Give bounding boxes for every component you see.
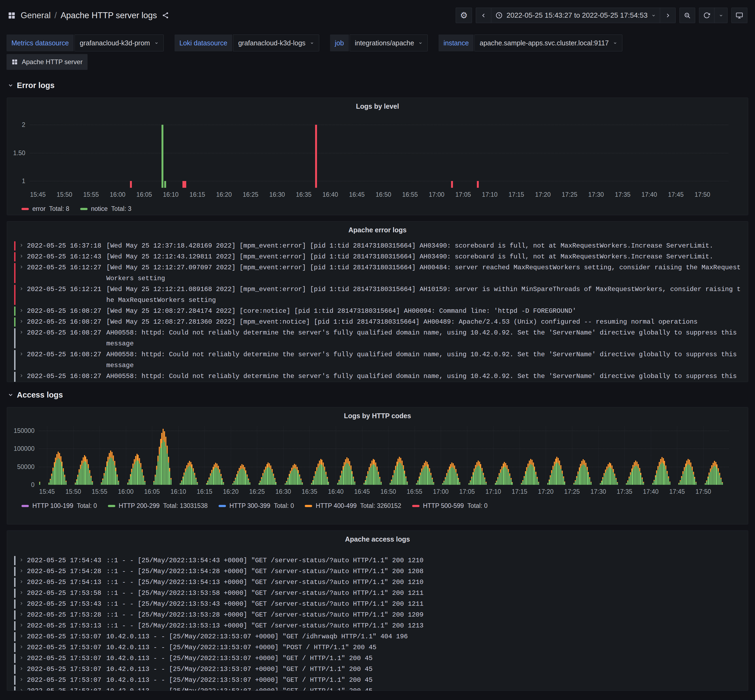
log-expand-icon[interactable] bbox=[16, 317, 27, 327]
log-expand-icon[interactable] bbox=[16, 577, 27, 588]
zoom-out-button[interactable] bbox=[680, 8, 695, 23]
log-row[interactable]: 2022-05-25 17:54:43::1 - - [25/May/2022:… bbox=[14, 555, 742, 566]
log-expand-icon[interactable] bbox=[16, 664, 27, 675]
legend-item[interactable]: HTTP 400-499Total: 3260152 bbox=[305, 502, 401, 509]
log-row[interactable]: 2022-05-25 17:53:0710.42.0.113 - - [25/M… bbox=[14, 653, 742, 664]
chart-bar-4xx bbox=[479, 462, 480, 466]
section-access-logs[interactable]: Access logs bbox=[0, 389, 755, 401]
x-tick-label: 17:20 bbox=[535, 191, 551, 198]
legend-item[interactable]: HTTP 500-599Total: 0 bbox=[412, 502, 488, 509]
chart-bar-2xx bbox=[457, 476, 458, 485]
legend-item[interactable]: HTTP 100-199Total: 0 bbox=[22, 502, 97, 509]
log-expand-icon[interactable] bbox=[16, 620, 27, 631]
time-range-forward-button[interactable] bbox=[660, 8, 676, 23]
log-expand-icon[interactable] bbox=[16, 598, 27, 609]
filter-loki-datasource-select[interactable]: grafanacloud-k3d-logs bbox=[233, 34, 319, 52]
log-message: AH00558: httpd: Could not reliably deter… bbox=[106, 371, 742, 382]
time-range-back-button[interactable] bbox=[476, 8, 491, 23]
chart-legend: HTTP 100-199Total: 0HTTP 200-299Total: 1… bbox=[22, 502, 748, 509]
log-expand-icon[interactable] bbox=[16, 566, 27, 577]
chart-bar-4xx bbox=[63, 468, 64, 472]
chart-bar-4xx bbox=[669, 481, 670, 482]
chart-bar-2xx bbox=[367, 474, 368, 485]
chart-bar-2xx bbox=[627, 481, 628, 485]
log-row[interactable]: 2022-05-25 17:54:13::1 - - [25/May/2022:… bbox=[14, 577, 742, 588]
dashboard-link-apache-http-server[interactable]: Apache HTTP server bbox=[6, 54, 88, 70]
log-row[interactable]: 2022-05-25 16:08:27AH00558: httpd: Could… bbox=[14, 349, 742, 371]
log-row[interactable]: 2022-05-25 17:53:43::1 - - [25/May/2022:… bbox=[14, 598, 742, 609]
log-expand-icon[interactable] bbox=[16, 241, 27, 252]
log-expand-icon[interactable] bbox=[16, 252, 27, 262]
log-row[interactable]: 2022-05-25 17:53:13::1 - - [25/May/2022:… bbox=[14, 620, 742, 631]
log-row[interactable]: 2022-05-25 16:08:27[Wed May 25 12:08:27.… bbox=[14, 306, 742, 317]
log-row[interactable]: 2022-05-25 16:37:18[Wed May 25 12:37:18.… bbox=[14, 241, 742, 252]
log-expand-icon[interactable] bbox=[16, 686, 27, 691]
filter-metrics-datasource-select[interactable]: grafanacloud-k3d-prom bbox=[75, 34, 163, 52]
log-expand-icon[interactable] bbox=[16, 371, 27, 382]
log-expand-icon[interactable] bbox=[16, 631, 27, 642]
log-row[interactable]: 2022-05-25 17:53:0710.42.0.113 - - [25/M… bbox=[14, 675, 742, 686]
chart-bar-4xx bbox=[506, 465, 508, 469]
chart-bar-4xx bbox=[474, 469, 475, 472]
log-row[interactable]: 2022-05-25 16:08:27[Wed May 25 12:08:27.… bbox=[14, 317, 742, 327]
chart-bar-2xx bbox=[556, 462, 558, 485]
legend-item[interactable]: HTTP 300-399Total: 0 bbox=[219, 502, 294, 509]
legend-item[interactable]: noticeTotal: 3 bbox=[80, 205, 132, 212]
chart-bar-4xx bbox=[353, 477, 354, 478]
chart-bar-2xx bbox=[269, 468, 270, 485]
chart-bar-2xx bbox=[139, 464, 140, 485]
chart-bar-4xx bbox=[81, 461, 82, 466]
chart-bar-2xx bbox=[211, 473, 212, 485]
chart-bar-2xx bbox=[51, 476, 52, 485]
log-expand-icon[interactable] bbox=[16, 653, 27, 664]
chart-bar-2xx bbox=[297, 470, 298, 485]
log-row[interactable]: 2022-05-25 17:53:0710.42.0.113 - - [25/M… bbox=[14, 664, 742, 675]
log-row[interactable]: 2022-05-25 16:12:27[Wed May 25 12:12:27.… bbox=[14, 262, 742, 284]
chart-bar-4xx bbox=[459, 482, 460, 483]
log-row[interactable]: 2022-05-25 17:53:58::1 - - [25/May/2022:… bbox=[14, 588, 742, 598]
log-row[interactable]: 2022-05-25 17:53:0710.42.0.113 - - [25/M… bbox=[14, 686, 742, 691]
share-icon[interactable] bbox=[162, 12, 169, 19]
breadcrumb-folder[interactable]: General bbox=[21, 11, 50, 20]
dashboard-settings-button[interactable]: ⚙ bbox=[456, 8, 472, 23]
log-expand-icon[interactable] bbox=[16, 588, 27, 598]
chart-bar-2xx bbox=[584, 465, 585, 485]
refresh-interval-caret-button[interactable] bbox=[714, 8, 728, 23]
filter-job-select[interactable]: integrations/apache bbox=[349, 34, 428, 52]
log-expand-icon[interactable] bbox=[16, 284, 27, 306]
legend-item[interactable]: HTTP 200-299Total: 13031538 bbox=[108, 502, 208, 509]
legend-item[interactable]: errorTotal: 8 bbox=[22, 205, 69, 212]
chart-bar-2xx bbox=[144, 482, 146, 485]
log-row[interactable]: 2022-05-25 16:08:27AH00558: httpd: Could… bbox=[14, 371, 742, 382]
chart-bar-4xx bbox=[635, 461, 636, 466]
chart-bar-4xx bbox=[295, 465, 296, 469]
log-expand-icon[interactable] bbox=[16, 349, 27, 371]
refresh-icon-button[interactable] bbox=[699, 8, 714, 23]
section-error-logs[interactable]: Error logs bbox=[0, 79, 755, 92]
log-expand-icon[interactable] bbox=[16, 555, 27, 566]
log-row[interactable]: 2022-05-25 17:53:28::1 - - [25/May/2022:… bbox=[14, 609, 742, 620]
log-row[interactable]: 2022-05-25 16:08:27AH00558: httpd: Could… bbox=[14, 327, 742, 349]
log-expand-icon[interactable] bbox=[16, 327, 27, 349]
log-row[interactable]: 2022-05-25 16:12:21[Wed May 25 12:12:21.… bbox=[14, 284, 742, 306]
log-expand-icon[interactable] bbox=[16, 306, 27, 317]
log-expand-icon[interactable] bbox=[16, 609, 27, 620]
chart-bar-2xx bbox=[421, 472, 422, 485]
chart-bar-2xx bbox=[705, 483, 706, 485]
log-row[interactable]: 2022-05-25 17:53:0710.42.0.113 - - [25/M… bbox=[14, 631, 742, 642]
chart-bar-2xx bbox=[181, 481, 182, 485]
log-row[interactable]: 2022-05-25 16:12:43[Wed May 25 12:12:43.… bbox=[14, 252, 742, 262]
log-expand-icon[interactable] bbox=[16, 675, 27, 686]
filter-instance-select[interactable]: apache.sample-apps.svc.cluster.local:911… bbox=[475, 34, 622, 52]
log-row[interactable]: 2022-05-25 17:54:28::1 - - [25/May/2022:… bbox=[14, 566, 742, 577]
log-expand-icon[interactable] bbox=[16, 262, 27, 284]
chart-bar-2xx bbox=[316, 471, 317, 485]
log-expand-icon[interactable] bbox=[16, 642, 27, 653]
time-range-picker-button[interactable]: 2022-05-25 15:43:27 to 2022-05-25 17:54:… bbox=[491, 8, 660, 23]
log-row[interactable]: 2022-05-25 17:53:0710.42.0.113 - - [25/M… bbox=[14, 642, 742, 653]
kiosk-mode-button[interactable] bbox=[732, 8, 747, 23]
x-tick-label: 17:10 bbox=[482, 191, 498, 198]
chart-bar-2xx bbox=[244, 471, 245, 485]
log-timestamp: 2022-05-25 16:12:27 bbox=[27, 262, 106, 284]
chart-bar-2xx bbox=[636, 466, 638, 485]
